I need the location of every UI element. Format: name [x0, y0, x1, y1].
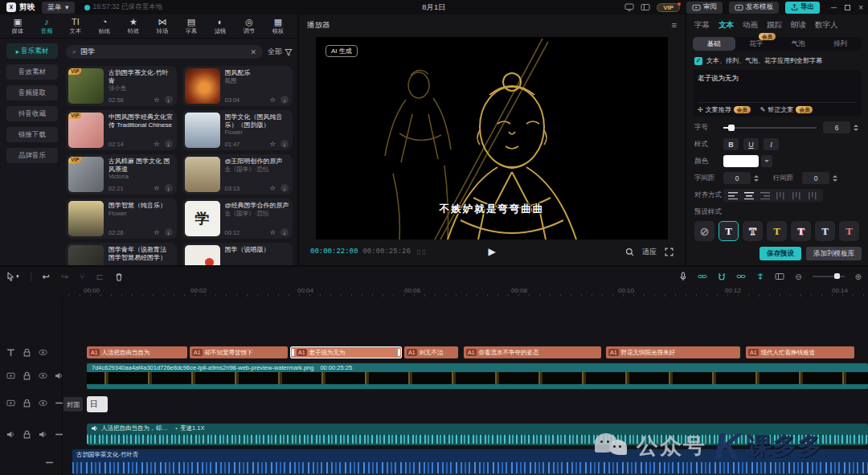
- music-card[interactable]: 国学智慧（纯音乐） Flower 02:26 ☆↓: [66, 199, 177, 239]
- publish-template-button[interactable]: 发布模板: [729, 2, 779, 14]
- correct-text-button[interactable]: ✎ 矫正文案 会员: [760, 105, 813, 114]
- preset-style[interactable]: T: [815, 221, 835, 241]
- collapse-icon[interactable]: [55, 430, 63, 439]
- music-card[interactable]: 国学青年（说教育法 国学智慧易经国学）: [66, 243, 177, 265]
- download-icon[interactable]: ↓: [280, 140, 289, 148]
- letter-spacing-value[interactable]: 0: [723, 172, 751, 184]
- underline-button[interactable]: U: [743, 138, 759, 150]
- fullscreen-icon[interactable]: [665, 248, 674, 256]
- subtab-bubble[interactable]: 气泡: [777, 37, 820, 51]
- italic-button[interactable]: I: [764, 138, 779, 150]
- tab-adjust[interactable]: ◎调节: [235, 17, 264, 35]
- main-track-magnet-icon[interactable]: [698, 272, 707, 280]
- music-audio-clip[interactable]: 古韵国学茶文化-竹叶青: [72, 449, 868, 475]
- eye-icon[interactable]: [39, 399, 47, 407]
- vip-badge[interactable]: VIP: [657, 3, 680, 12]
- align-right-icon[interactable]: [758, 190, 772, 200]
- timeline-zoom-slider[interactable]: [813, 276, 845, 277]
- caption-clip[interactable]: A1却不知宠辱皆惊下: [190, 346, 288, 358]
- bold-button[interactable]: B: [723, 138, 739, 150]
- tab-sticker[interactable]: ◔贴纸: [90, 17, 119, 35]
- tab-tracking[interactable]: 跟踪: [767, 20, 782, 31]
- zoom-fit-icon[interactable]: ⊕: [855, 272, 862, 281]
- text-sticker-clip[interactable]: 日: [87, 396, 108, 412]
- frame-step-icons[interactable]: ▯▯: [417, 248, 428, 256]
- mute-icon[interactable]: [39, 430, 47, 439]
- eye-icon[interactable]: [39, 348, 47, 357]
- tab-subtitle[interactable]: 字幕: [694, 20, 710, 31]
- caption-clip-selected[interactable]: A1老子说为无为: [290, 346, 402, 358]
- preset-none[interactable]: ⊘: [694, 221, 714, 241]
- apply-all-checkbox[interactable]: ✓: [694, 57, 702, 65]
- redo-button[interactable]: ↪: [61, 272, 68, 282]
- favorite-star-icon[interactable]: ☆: [154, 140, 160, 148]
- download-icon[interactable]: ↓: [165, 96, 173, 104]
- sidebar-item-music[interactable]: ▸音乐素材: [6, 43, 58, 59]
- caption-text-input[interactable]: [698, 74, 857, 96]
- music-card[interactable]: 学 @经典国学合作的原声 念《国学》·思恒 00:12 ☆↓: [182, 199, 293, 239]
- subtab-arrange[interactable]: 排列: [820, 37, 862, 51]
- letter-spacing-stepper[interactable]: [752, 172, 760, 184]
- tab-text-props[interactable]: 文本: [719, 20, 734, 31]
- crop-button[interactable]: ⊏: [96, 272, 104, 282]
- zoom-out-icon[interactable]: ⊖: [795, 272, 801, 281]
- slider-knob[interactable]: [728, 125, 735, 131]
- caption-clip[interactable]: A1人活把自由当自为: [87, 346, 187, 358]
- collapse-icon[interactable]: [45, 458, 54, 467]
- preset-style[interactable]: T: [767, 221, 787, 241]
- search-bar[interactable]: ⌕ ✕: [66, 45, 263, 59]
- delete-button[interactable]: [115, 272, 123, 281]
- caption-clip[interactable]: A1现代人忙着挣钱难道: [746, 346, 854, 358]
- music-card[interactable]: VIP 古韵国学茶文化-竹叶青 张小鱼 02:58 ☆↓: [66, 66, 177, 106]
- tab-captions[interactable]: ▤字幕: [177, 17, 206, 35]
- color-dropdown[interactable]: [761, 155, 772, 167]
- clear-search-icon[interactable]: ✕: [250, 48, 256, 56]
- panel-toggle-icon[interactable]: [775, 272, 784, 280]
- download-icon[interactable]: ↓: [165, 140, 173, 148]
- minimize-button[interactable]: ─: [831, 3, 837, 12]
- align-center-icon[interactable]: [742, 190, 756, 200]
- align-vertical-bottom-icon[interactable]: [806, 190, 821, 200]
- collapse-icon[interactable]: [55, 399, 63, 407]
- undo-button[interactable]: ↩: [43, 272, 50, 282]
- preview-zoom-icon[interactable]: [625, 248, 634, 256]
- linkage-icon[interactable]: [736, 272, 746, 280]
- preset-style[interactable]: T: [743, 221, 763, 241]
- project-title[interactable]: 8月1日: [422, 2, 446, 13]
- cover-button[interactable]: 封面: [63, 397, 83, 412]
- preset-style-selected[interactable]: T: [719, 221, 739, 241]
- copy-suggest-button[interactable]: ✢ 文案推荐 会员: [698, 105, 751, 114]
- font-size-stepper[interactable]: [852, 121, 860, 133]
- download-icon[interactable]: ↓: [280, 96, 289, 104]
- favorite-star-icon[interactable]: ☆: [269, 184, 276, 192]
- favorite-star-icon[interactable]: ☆: [269, 228, 276, 236]
- download-icon[interactable]: ↓: [280, 184, 289, 192]
- sidebar-item-brand-music[interactable]: 品牌音乐: [6, 148, 58, 163]
- download-icon[interactable]: ↓: [165, 228, 173, 236]
- player-menu-icon[interactable]: ≡: [672, 20, 677, 30]
- preset-style[interactable]: T: [791, 221, 811, 241]
- tab-digital-human[interactable]: 数字人: [815, 20, 838, 31]
- record-voiceover-icon[interactable]: [679, 272, 687, 281]
- line-spacing-value[interactable]: 0: [802, 172, 829, 184]
- tab-tts[interactable]: 朗读: [791, 20, 806, 31]
- tab-filter[interactable]: ◐滤镜: [206, 17, 235, 35]
- tab-animation[interactable]: 动画: [743, 20, 758, 31]
- music-card[interactable]: 国学（说唱版）: [182, 243, 293, 265]
- subtab-fancy-text[interactable]: 花字会员: [735, 37, 778, 51]
- download-icon[interactable]: ↓: [280, 228, 289, 236]
- caption-overlay[interactable]: 不嫉妒就是弯弯曲曲: [316, 203, 668, 216]
- align-vertical-top-icon[interactable]: [774, 190, 788, 200]
- review-button[interactable]: 审阅: [686, 2, 723, 14]
- split-button[interactable]: ⑂: [80, 272, 85, 281]
- close-button[interactable]: ×: [858, 3, 863, 12]
- preview-canvas[interactable]: AI 生成 不嫉妒就是弯弯曲曲: [316, 37, 668, 240]
- music-card[interactable]: 国学文化（国风纯音乐）（国韵版） Flower 01:47 ☆↓: [182, 110, 293, 150]
- select-tool[interactable]: ▾: [6, 272, 19, 281]
- mute-icon[interactable]: [55, 371, 63, 380]
- favorite-star-icon[interactable]: ☆: [269, 140, 276, 148]
- align-left-icon[interactable]: [726, 190, 740, 200]
- music-card[interactable]: 国风配乐 氛围 03:04 ☆↓: [182, 66, 293, 106]
- filter-button[interactable]: 全部: [268, 47, 293, 57]
- line-spacing-stepper[interactable]: [831, 172, 839, 184]
